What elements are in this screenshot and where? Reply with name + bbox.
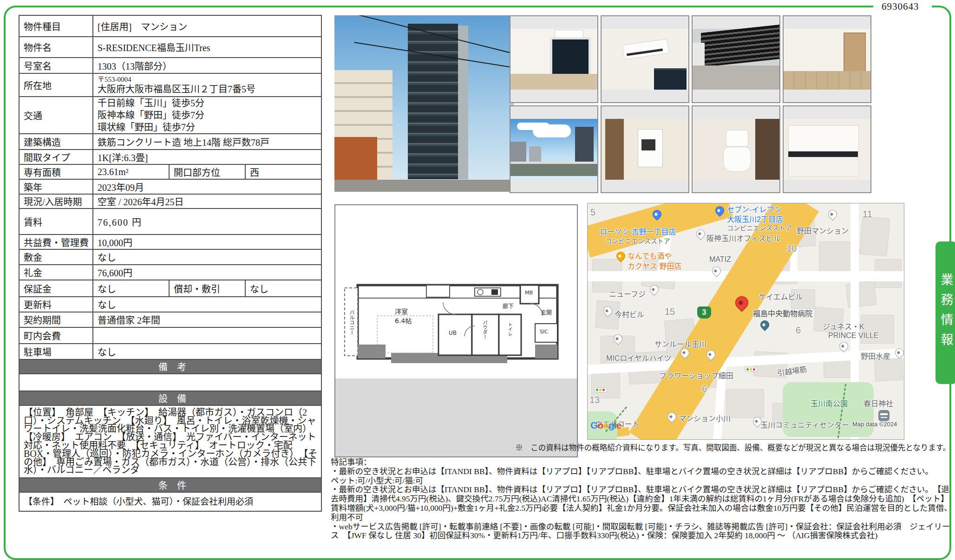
notes-paragraph: ・webサービス広告掲載 [許可]・転載事前連絡 [不要]・画像の転載 [可能]… — [331, 522, 953, 541]
photo-kitchen — [783, 105, 871, 193]
special-notes: 特記事項： ・最新の空き状況とお申込は【ITANDI BB】、物件資料は【リアプ… — [331, 458, 953, 540]
row-value: 10,000円 — [93, 234, 321, 249]
table-row: 保証金 なし 償却・敷引 なし — [19, 280, 321, 297]
property-spec-table: 物件種目 [住居用] マンション 物件名 S-RESIDENCE福島玉川Tres… — [19, 15, 322, 512]
map-label: 6 — [796, 325, 801, 336]
row-label: 交通 — [19, 97, 93, 134]
sub-label: 償却・敷引 — [169, 280, 245, 297]
table-row: 賃料 76,600 円 — [19, 208, 321, 234]
table-row: 物件名 S-RESIDENCE福島玉川Tres — [19, 37, 321, 58]
sub-value: なし — [245, 280, 321, 297]
photo-intercom — [601, 105, 689, 193]
row-label: 間取タイプ — [19, 150, 93, 164]
sub-value: 西 — [245, 164, 321, 179]
business-info-tab-label: 業務情報 — [937, 273, 955, 353]
fp-powder-label: パウダー — [481, 320, 488, 339]
doc-number: 6930643 — [882, 1, 919, 13]
table-row: 築年 2023年09月 — [19, 179, 321, 194]
transport-line: 千日前線「玉川」徒歩5分 — [98, 97, 321, 109]
fp-balcony-label: バルコニー — [347, 310, 355, 335]
map-label: コンビニエンスストア — [605, 236, 670, 245]
remarks-header: 備 考 — [19, 359, 321, 374]
row-value: なし — [93, 280, 169, 297]
map-label: PRINCE VILLE — [828, 332, 878, 340]
row-label: 敷金 — [19, 249, 93, 265]
poi-pin — [826, 208, 839, 221]
row-value: なし — [93, 297, 321, 312]
transport-cell: 千日前線「玉川」徒歩5分 阪神本線「野田」徒歩7分 環状線「野田」徒歩7分 — [93, 97, 321, 134]
animal-hospital-pin — [759, 319, 771, 331]
map-label: サンルール玉川 — [654, 338, 706, 349]
table-row: 交通 千日前線「玉川」徒歩5分 阪神本線「野田」徒歩7分 環状線「野田」徒歩7分 — [19, 97, 321, 134]
row-value: なし — [93, 344, 321, 359]
transport-line: 阪神本線「野田」徒歩7分 — [98, 109, 321, 121]
row-value: 1303（13階部分） — [93, 58, 321, 73]
fp-sic-label: SIC — [540, 329, 548, 335]
poi-pin — [694, 228, 707, 240]
row-label: 更新料 — [19, 297, 93, 312]
row-label: 礼金 — [19, 265, 93, 280]
fp-ub-label: UB — [449, 330, 457, 336]
transport-line: 環状線「野田」徒歩7分 — [98, 121, 321, 133]
photo-balcony — [692, 15, 780, 103]
table-row: 所在地 〒553-0004 大阪府大阪市福島区玉川２丁目7番5号 — [19, 73, 321, 97]
fp-hall-label: 廊下 — [503, 302, 514, 310]
table-row: 町内会費 — [19, 327, 321, 344]
notes-paragraph: ・最新の空き状況とお申込は【ITANDI BB】、物件資料は【リアプロ】【リアプ… — [331, 485, 953, 522]
row-label: 物件名 — [19, 37, 93, 58]
map-label: 11 — [863, 209, 872, 220]
business-info-tab[interactable]: 業務情報 — [935, 241, 955, 384]
row-label: 契約期間 — [19, 312, 93, 327]
photo-building-exterior — [334, 15, 514, 192]
map-label: ニューフジ — [609, 288, 646, 299]
floor-plan-drawing — [335, 205, 575, 377]
map-label: 6 — [702, 384, 707, 394]
address: 大阪府大阪市福島区玉川２丁目7番5号 — [98, 84, 321, 95]
photo-living-room — [510, 15, 598, 103]
row-value: 空室 / 2026年4月25日 — [93, 194, 321, 208]
table-row: 間取タイプ 1K[洋:6.3畳] — [19, 150, 321, 164]
table-row: 現況/入居時期 空室 / 2026年4月25日 — [19, 194, 321, 208]
conditions-text: 【条件】 ペット相談（小型犬、猫可）・保証会社利用必須 — [19, 492, 321, 511]
map-label: 野田水産 — [861, 350, 890, 361]
row-label: 賃料 — [19, 208, 93, 234]
row-value: 76,600円 — [93, 265, 321, 280]
remarks-text — [19, 374, 321, 391]
floor-area: 23.61m² — [93, 164, 169, 179]
map-label: 玉川コミュニティセンター — [760, 419, 849, 430]
row-value: 1K[洋:6.3畳] — [93, 150, 321, 164]
map-label: 10 — [786, 243, 797, 254]
map-label: 福島中央動物病院 — [753, 307, 812, 319]
google-logo: Google — [590, 420, 621, 431]
floor-plan: バルコニー 洋室6.4帖 UB パウダー トイレ 廊下 MB 玄関 SIC — [334, 204, 578, 457]
fp-room-label: 洋室6.4帖 — [395, 306, 412, 325]
tower-building — [408, 24, 458, 179]
table-row: 号室名 1303（13階部分） — [19, 58, 321, 73]
row-label: 専有面積 — [19, 164, 93, 179]
map-label: 15 — [665, 306, 675, 317]
google-map[interactable]: セブン-イレブン 大阪玉川2丁目店 コンビニエンスストア ローソン 吉野一丁目店… — [587, 203, 904, 440]
row-label: 共益費・管理費 — [19, 234, 93, 249]
row-label: 所在地 — [19, 73, 93, 97]
row-value: 普通借家 2年間 — [93, 312, 321, 327]
fp-entrance-label: 玄関 — [541, 308, 552, 316]
map-label: ジュネス・K — [823, 320, 864, 332]
map-label: 阪神玉川オフィスビル — [706, 232, 781, 243]
row-label: 駐車場 — [19, 344, 93, 359]
map-label: ケイエムビル — [759, 291, 803, 302]
fp-toilet-label: トイレ — [506, 322, 513, 336]
shrine-icon — [878, 410, 890, 421]
map-label: コンビニエンスストア — [727, 223, 792, 232]
row-label: 築年 — [19, 179, 93, 194]
map-attribution: Map data ©2024 — [852, 421, 897, 428]
map-label: 5 — [590, 207, 595, 218]
map-label: マンション小川 — [679, 412, 731, 423]
photo-toilet — [692, 105, 780, 193]
map-label: MATIZ — [709, 255, 731, 264]
poi-pin — [837, 340, 850, 352]
map-label: ローソン 吉野一丁目店 — [600, 226, 676, 237]
map-label: なんでも酒や — [628, 250, 672, 261]
table-row: 物件種目 [住居用] マンション — [19, 15, 321, 37]
table-row: 契約期間 普通借家 2年間 — [19, 312, 321, 327]
notes-title: 特記事項： — [331, 458, 953, 467]
